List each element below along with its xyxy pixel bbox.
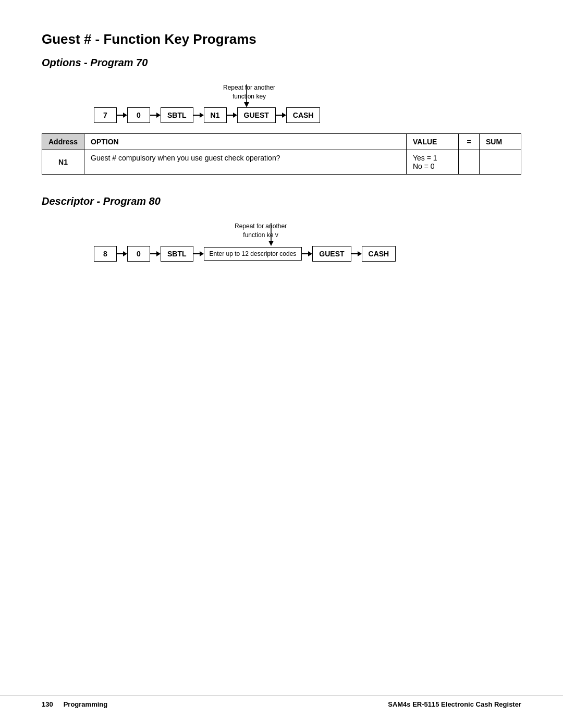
diagram1: Repeat for another function key 7 xyxy=(94,83,521,123)
box-8: 8 xyxy=(94,246,117,262)
arrow-4 xyxy=(227,113,237,118)
page: Guest # - Function Key Programs Options … xyxy=(0,0,563,728)
flow-row-2: 8 0 SBTL Enter up xyxy=(94,246,396,262)
box-7: 7 xyxy=(94,107,117,123)
box-sbtl-d2: SBTL xyxy=(161,246,193,262)
box-0-d2: 0 xyxy=(127,246,150,262)
arrow-d2 xyxy=(150,251,161,256)
arrow-d4 xyxy=(302,251,312,256)
footer-product: SAM4s ER-5115 Electronic Cash Register xyxy=(388,700,521,708)
col-value: VALUE xyxy=(407,134,459,150)
box-guest: GUEST xyxy=(237,107,276,123)
section2-title: Descriptor - Program 80 xyxy=(42,195,521,207)
col-equals: = xyxy=(459,134,480,150)
diagram2: Repeat for another function ke v 8 0 xyxy=(94,222,521,262)
repeat-label-2: Repeat for another function ke v xyxy=(235,222,287,240)
options-table-1: Address OPTION VALUE = SUM N1 Guest # co… xyxy=(42,133,521,175)
row-sum xyxy=(480,150,521,175)
box-guest-d2: GUEST xyxy=(312,246,351,262)
col-option: OPTION xyxy=(84,134,407,150)
arrow-d5 xyxy=(351,251,362,256)
footer: 130 Programming SAM4s ER-5115 Electronic… xyxy=(0,696,563,712)
arrow-d1 xyxy=(117,251,127,256)
arrow-3 xyxy=(193,113,204,118)
row-equals xyxy=(459,150,480,175)
col-sum: SUM xyxy=(480,134,521,150)
table-row: N1 Guest # compulsory when you use guest… xyxy=(42,150,521,175)
box-cash-2: CASH xyxy=(362,246,396,262)
arrow-1 xyxy=(117,113,127,118)
page-title: Guest # - Function Key Programs xyxy=(42,31,521,47)
svg-marker-1 xyxy=(244,102,249,107)
col-address: Address xyxy=(42,134,84,150)
repeat-label-1: Repeat for another function key xyxy=(223,83,275,101)
arrow-2 xyxy=(150,113,161,118)
section1-title: Options - Program 70 xyxy=(42,57,521,69)
row-option: Guest # compulsory when you use guest ch… xyxy=(84,150,407,175)
footer-section: Programming xyxy=(64,700,108,708)
box-n1: N1 xyxy=(204,107,227,123)
box-cash-1: CASH xyxy=(286,107,321,123)
row-value: Yes = 1 No = 0 xyxy=(407,150,459,175)
box-descriptor-text: Enter up to 12 descriptor codes xyxy=(204,247,302,261)
box-0: 0 xyxy=(127,107,150,123)
flow-row-1: 7 0 SBTL xyxy=(94,107,320,123)
footer-page-number: 130 xyxy=(42,700,53,708)
arrow-d3 xyxy=(193,251,204,256)
arrow-5 xyxy=(276,113,286,118)
box-sbtl: SBTL xyxy=(161,107,193,123)
footer-left: 130 Programming xyxy=(42,700,107,708)
row-address: N1 xyxy=(42,150,84,175)
svg-marker-3 xyxy=(268,241,274,246)
